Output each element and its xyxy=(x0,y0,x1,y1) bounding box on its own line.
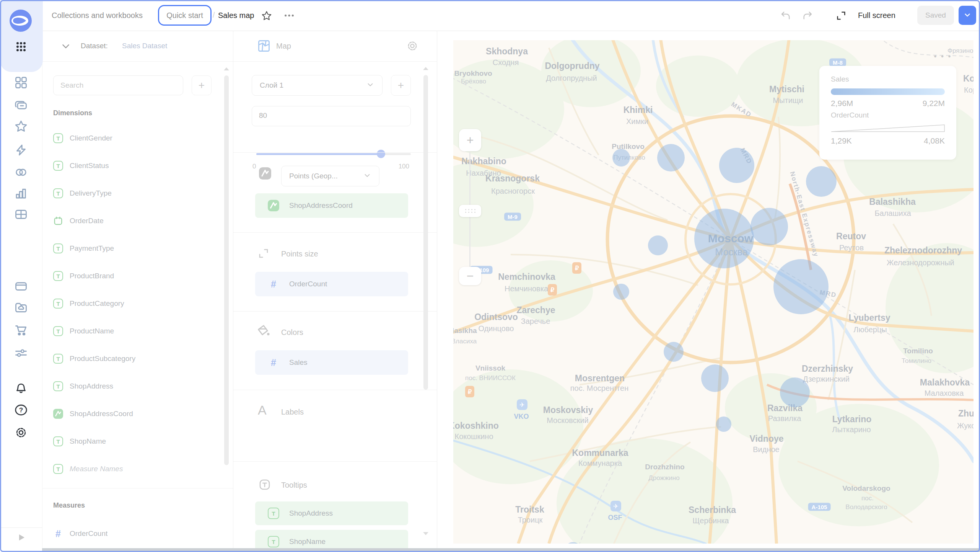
zoom-out-button[interactable]: − xyxy=(459,267,481,285)
breadcrumb-current-chart[interactable]: Sales map xyxy=(218,0,254,31)
breadcrumb-collections[interactable]: Collections and workbooks xyxy=(52,0,143,31)
chevron-down-icon xyxy=(963,11,972,20)
dataset-field-orderdate[interactable]: OrderDate xyxy=(53,207,218,235)
zoom-in-button[interactable]: + xyxy=(459,129,481,151)
dataset-field-shopname[interactable]: TShopName xyxy=(53,428,218,455)
date-type-icon xyxy=(53,216,63,226)
dataset-field-clientstatus[interactable]: TClientStatus xyxy=(53,152,218,180)
dataset-field-measure-names[interactable]: TMeasure Names xyxy=(53,455,218,483)
chart-settings-gear-icon[interactable] xyxy=(406,40,418,52)
dataset-field-shopaddress[interactable]: TShopAddress xyxy=(53,372,218,400)
opacity-value: 80 xyxy=(259,111,267,120)
dashboard-icon[interactable] xyxy=(14,75,28,89)
charts-icon[interactable] xyxy=(14,186,28,200)
points-size-label: Points size xyxy=(281,250,318,258)
breadcrumb-quick-start-label: Quick start xyxy=(166,11,203,20)
map-chart-icon[interactable] xyxy=(257,39,271,53)
field-name: OrderCount xyxy=(70,529,107,538)
quick-actions-icon[interactable] xyxy=(14,143,28,157)
scroll-down-caret[interactable] xyxy=(423,532,428,535)
field-name: ProductCategory xyxy=(70,299,124,308)
text-type-icon: T xyxy=(53,271,63,281)
undo-icon[interactable] xyxy=(780,10,791,21)
tables-icon[interactable] xyxy=(14,207,28,221)
scroll-up-caret[interactable] xyxy=(423,67,428,70)
opacity-slider[interactable] xyxy=(256,153,411,155)
expand-play-icon[interactable] xyxy=(17,533,26,542)
chevron-down-icon[interactable] xyxy=(61,41,71,51)
legend-ordercount-min: 1,29K xyxy=(831,136,852,145)
scroll-up-caret[interactable] xyxy=(224,67,229,70)
dataset-field-shopaddresscoord[interactable]: ShopAddressCoord xyxy=(53,400,218,428)
geopoint-section-icon xyxy=(259,167,271,180)
text-type-icon: T xyxy=(53,188,63,198)
geopoints-field-pill[interactable]: ShopAddressCoord xyxy=(255,193,408,218)
notifications-bell-icon[interactable] xyxy=(14,381,28,394)
settings-scrollbar[interactable] xyxy=(423,75,428,390)
dataset-field-paymenttype[interactable]: TPaymentType xyxy=(53,235,218,262)
apps-grid-icon[interactable] xyxy=(14,40,28,54)
colors-field-pill[interactable]: # Sales xyxy=(255,350,408,375)
dataset-field-ordercount[interactable]: #OrderCount xyxy=(53,520,218,547)
map-canvas[interactable]: AndreyevkaАндреевкаSkhodnyaСходняBryokho… xyxy=(453,40,973,544)
marketplace-cart-icon[interactable] xyxy=(14,323,28,337)
text-type-icon: T xyxy=(268,536,279,547)
map-preview-panel: AndreyevkaАндреевкаSkhodnyaСходняBryokho… xyxy=(437,31,980,552)
datalens-logo[interactable] xyxy=(10,10,32,32)
dimensions-heading: Dimensions xyxy=(53,109,92,117)
chevron-down-icon xyxy=(363,171,371,181)
dataset-field-productname[interactable]: TProductName xyxy=(53,317,218,345)
field-name: ShopName xyxy=(70,437,106,446)
full-screen-label[interactable]: Full screen xyxy=(858,0,895,31)
field-name: ShopAddressCoord xyxy=(289,201,353,210)
favorites-star-icon[interactable] xyxy=(14,119,28,133)
dataset-field-productsubcategory[interactable]: TProductSubcategory xyxy=(53,345,218,372)
collections-icon[interactable] xyxy=(14,98,28,112)
horizontal-scrollbar[interactable] xyxy=(42,548,980,552)
field-name: PaymentType xyxy=(70,244,114,253)
help-icon[interactable]: ? xyxy=(14,403,28,417)
redo-icon[interactable] xyxy=(802,10,813,21)
svg-text:?: ? xyxy=(19,406,23,414)
field-name: Measure Names xyxy=(70,465,123,473)
chevron-down-icon xyxy=(366,80,374,91)
text-type-icon: T xyxy=(53,299,63,309)
breadcrumb-quick-start[interactable]: Quick start xyxy=(158,5,212,26)
layer-select[interactable]: Слой 1 xyxy=(252,75,383,96)
text-type-icon: T xyxy=(53,464,63,474)
zoom-slider-handle[interactable] xyxy=(459,205,481,217)
box-icon[interactable] xyxy=(14,279,28,293)
dataset-scrollbar[interactable] xyxy=(224,75,229,465)
search-input[interactable] xyxy=(53,75,183,95)
add-layer-button[interactable]: + xyxy=(391,75,411,96)
legend-sales-label: Sales xyxy=(831,75,945,83)
tooltip-field-pill[interactable]: T ShopAddress xyxy=(255,501,408,525)
ellipsis-menu-icon[interactable] xyxy=(284,11,295,22)
text-type-icon: T xyxy=(53,133,63,143)
dataset-field-productbrand[interactable]: TProductBrand xyxy=(53,262,218,290)
services-sliders-icon[interactable] xyxy=(14,346,28,360)
field-name: ProductName xyxy=(70,327,114,335)
favorite-star-icon[interactable] xyxy=(261,10,272,21)
geotype-select[interactable]: Points (Geop... xyxy=(281,166,379,186)
legend-sales-max: 9,22M xyxy=(923,99,945,108)
dataset-field-clientgender[interactable]: TClientGender xyxy=(53,124,218,152)
dataset-field-productcategory[interactable]: TProductCategory xyxy=(53,290,218,317)
settings-gear-icon[interactable] xyxy=(14,426,28,439)
saved-button[interactable]: Saved xyxy=(917,6,954,25)
folder-cloud-icon[interactable] xyxy=(14,301,28,315)
field-name: ShopAddress xyxy=(289,509,333,518)
fullscreen-icon[interactable] xyxy=(836,10,847,21)
datasets-icon[interactable] xyxy=(14,165,28,179)
add-field-button[interactable]: + xyxy=(192,75,212,95)
text-type-icon: T xyxy=(53,354,63,364)
points-size-field-pill[interactable]: # OrderCount xyxy=(255,272,408,296)
dataset-field-deliverytype[interactable]: TDeliveryType xyxy=(53,180,218,207)
legend-sales-min: 2,96M xyxy=(831,99,853,108)
opacity-input[interactable]: 80 xyxy=(252,106,411,126)
opacity-slider-thumb[interactable] xyxy=(377,150,385,158)
field-name: ProductBrand xyxy=(70,272,114,280)
save-menu-button[interactable] xyxy=(959,6,976,25)
field-name: OrderCount xyxy=(289,280,327,288)
dataset-name-link[interactable]: Sales Dataset xyxy=(122,31,167,61)
